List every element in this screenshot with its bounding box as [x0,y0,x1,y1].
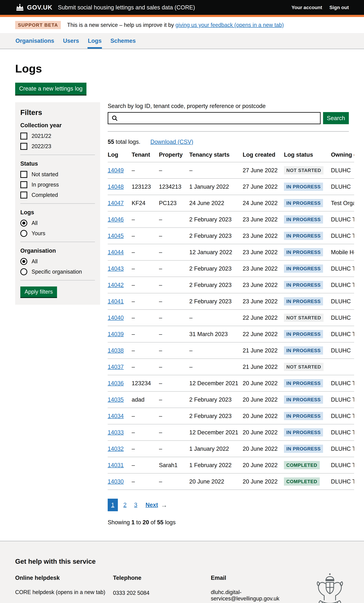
telephone-title: Telephone [113,575,211,581]
log-link-14043[interactable]: 14043 [108,266,124,272]
option-label: Not started [32,171,58,178]
radio-option-yours[interactable]: Yours [20,230,95,237]
filter-divider [20,203,95,204]
search-input[interactable] [108,112,321,124]
option-label: Completed [32,192,58,198]
radio-option-all[interactable]: All [20,258,95,265]
sign-out-link[interactable]: Sign out [329,5,349,10]
status-tag: IN PROGRESS [284,330,323,338]
checkbox-not-started-control[interactable] [20,171,27,178]
search-label: Search by log ID, tenant code, property … [108,103,349,109]
log-link-14046[interactable]: 14046 [108,216,124,223]
nav-item-schemes[interactable]: Schemes [110,33,136,49]
core-helpdesk-link[interactable]: CORE helpdesk (opens in a new tab) [15,589,105,595]
checkbox-option-not-started[interactable]: Not started [20,171,95,178]
table-row: 14040–––22 June 2022NOT STARTEDDLUHC [108,310,354,326]
table-row: 14046––2 February 202323 June 2022IN PRO… [108,211,354,228]
checkbox-2021-22-control[interactable] [20,133,27,139]
column-header-tenant: Tenant [132,151,159,162]
filter-divider [20,280,95,280]
radio-option-all[interactable]: All [20,220,95,227]
table-row: 14031–Sarah11 February 202220 June 2022C… [108,457,354,473]
log-link-14031[interactable]: 14031 [108,462,124,468]
radio-dot [22,221,25,225]
checkbox-option-in-progress[interactable]: In progress [20,181,95,188]
phase-banner: SUPPORT BETA This is a new service – hel… [0,17,364,33]
filter-group-status: Status [20,161,95,167]
logs-table-wrap: LogTenantPropertyTenancy startsLog creat… [108,151,354,490]
nav-item-logs[interactable]: Logs [87,33,102,49]
log-link-14049[interactable]: 14049 [108,167,124,174]
status-tag: COMPLETED [284,477,320,486]
log-link-14032[interactable]: 14032 [108,446,124,452]
results-panel: Search by log ID, tenant code, property … [108,102,349,526]
log-link-14047[interactable]: 14047 [108,200,124,206]
log-link-14040[interactable]: 14040 [108,314,124,321]
option-label: 2022/23 [32,143,51,150]
status-tag: IN PROGRESS [284,379,323,387]
phase-banner-text: This is a new service – help us improve … [67,22,284,28]
radio-specific-organisation-control[interactable] [20,268,27,275]
checkbox-2022-23-control[interactable] [20,143,27,150]
table-row: 14045––2 February 202323 June 2022IN PRO… [108,228,354,244]
option-label: Specific organisation [32,269,82,275]
checkbox-completed-control[interactable] [20,192,27,198]
table-row: 14047KF24PC12324 June 202224 June 2022IN… [108,195,354,211]
apply-filters-button[interactable]: Apply filters [20,287,57,297]
status-tag: IN PROGRESS [284,199,323,207]
status-tag: IN PROGRESS [284,346,323,355]
log-link-14036[interactable]: 14036 [108,380,124,386]
log-link-14038[interactable]: 14038 [108,347,124,354]
radio-all-control[interactable] [20,258,27,265]
govuk-logo[interactable]: GOV.UK [27,4,52,11]
checkbox-option-completed[interactable]: Completed [20,192,95,198]
feedback-link[interactable]: giving us your feedback (opens in a new … [176,22,284,28]
log-link-14041[interactable]: 14041 [108,298,124,304]
footer-online-helpdesk: Online helpdesk CORE helpdesk (opens in … [15,575,113,603]
checkbox-in-progress-control[interactable] [20,181,27,188]
filter-group-collection-year: Collection year [20,122,95,129]
email-link[interactable]: dluhc.digital-services@levellingup.gov.u… [211,589,279,602]
checkbox-option-2022-23[interactable]: 2022/23 [20,143,95,150]
nav-item-organisations[interactable]: Organisations [15,33,55,49]
search-button[interactable]: Search [323,112,349,124]
option-label: All [32,220,38,226]
royal-coat-of-arms [311,572,349,603]
support-beta-tag: SUPPORT BETA [15,21,61,29]
log-link-14044[interactable]: 14044 [108,249,124,255]
radio-yours-control[interactable] [20,230,27,237]
column-header-owning-organisation: Owning organisation [331,151,354,162]
radio-all-control[interactable] [20,220,27,227]
page-link-2[interactable]: 2 [121,499,129,511]
page-current-1[interactable]: 1 [108,499,118,511]
log-link-14045[interactable]: 14045 [108,233,124,239]
page-link-3[interactable]: 3 [132,499,139,511]
checkbox-option-2021-22[interactable]: 2021/22 [20,133,95,139]
log-link-14033[interactable]: 14033 [108,429,124,436]
footer: Get help with this service Online helpde… [0,541,364,603]
log-link-14035[interactable]: 14035 [108,396,124,403]
service-name-link[interactable]: Submit social housing lettings and sales… [58,4,195,11]
radio-option-specific-organisation[interactable]: Specific organisation [20,268,95,275]
log-link-14034[interactable]: 14034 [108,413,124,419]
table-row: 14038–––21 June 2022IN PROGRESSDLUHC [108,342,354,359]
column-header-log-created: Log created [243,151,284,162]
footer-telephone: Telephone 0333 202 5084 Monday to Friday… [113,575,211,603]
log-link-14048[interactable]: 14048 [108,184,124,190]
table-row: 14036123234–12 December 202120 June 2022… [108,375,354,391]
download-csv-link[interactable]: Download (CSV) [151,139,193,145]
next-page-link[interactable]: Next [145,502,158,508]
status-tag: IN PROGRESS [284,445,323,453]
table-row: 1404812312312342131 January 202227 June … [108,178,354,195]
page-title: Logs [15,62,349,75]
total-logs-text: total logs. [114,139,140,145]
status-tag: IN PROGRESS [284,183,323,191]
log-link-14037[interactable]: 14037 [108,364,124,370]
create-lettings-log-button[interactable]: Create a new lettings log [15,83,86,95]
nav-item-users[interactable]: Users [63,33,80,49]
radio-dot [22,260,25,263]
log-link-14030[interactable]: 14030 [108,478,124,485]
your-account-link[interactable]: Your account [292,5,322,10]
log-link-14042[interactable]: 14042 [108,282,124,288]
log-link-14039[interactable]: 14039 [108,331,124,337]
